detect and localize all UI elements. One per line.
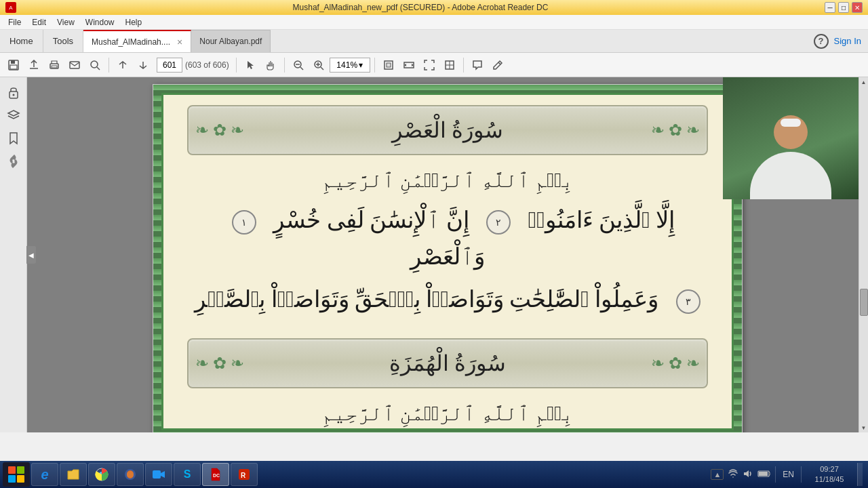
tray-network-icon[interactable] — [728, 469, 738, 481]
snap-button[interactable] — [440, 56, 459, 75]
taskbar-webex[interactable] — [145, 463, 172, 486]
print-button[interactable] — [45, 56, 64, 75]
scroll-down-button[interactable]: ▼ — [859, 423, 869, 432]
video-panel — [723, 77, 859, 199]
tab-mushaf-close[interactable]: × — [177, 37, 182, 47]
verse-num-2: ٢ — [486, 210, 511, 235]
sign-in-button[interactable]: Sign In — [834, 36, 861, 46]
taskbar-firefox[interactable] — [117, 463, 144, 486]
win-logo-yellow — [17, 475, 24, 483]
comment-button[interactable] — [468, 56, 487, 75]
svg-rect-10 — [387, 63, 391, 67]
cursor-tool-button[interactable] — [241, 56, 260, 75]
page-input-group: (603 of 606) — [157, 58, 229, 73]
full-screen-button[interactable] — [420, 56, 439, 75]
tabs-area: Mushaf_AlMadinah.... × Nour Albayan.pdf — [83, 30, 806, 52]
surah-header-deco-left: ❧ ✿ ❧ — [195, 121, 244, 140]
nav-tools[interactable]: Tools — [43, 30, 83, 52]
taskbar-ie[interactable]: e — [31, 463, 58, 486]
nav-home[interactable]: Home — [0, 30, 43, 52]
window-controls[interactable]: ─ □ ✕ — [825, 2, 863, 13]
menu-bar: File Edit View Window Help — [0, 15, 868, 30]
toolbar-sep-4 — [374, 58, 375, 73]
search-button[interactable] — [85, 56, 104, 75]
svg-rect-5 — [70, 62, 79, 68]
verse-num-1: ١ — [232, 210, 256, 235]
link-icon[interactable] — [4, 152, 23, 171]
windows-logo — [8, 466, 24, 483]
tab-mushaf-label: Mushaf_AlMadinah.... — [92, 37, 170, 47]
svg-rect-19 — [153, 470, 161, 479]
scroll-up-button[interactable]: ▲ — [859, 77, 869, 87]
person-hat — [781, 119, 801, 127]
win-logo-blue — [8, 475, 16, 483]
show-desktop-button[interactable] — [857, 463, 863, 486]
taskbar-skype[interactable]: S — [174, 463, 201, 486]
collapse-panel-button[interactable]: ◀ — [26, 246, 36, 264]
page-number-input[interactable] — [157, 58, 182, 73]
fit-page-button[interactable] — [379, 56, 398, 75]
maximize-button[interactable]: □ — [838, 2, 849, 13]
svg-rect-4 — [52, 66, 57, 68]
hand-tool-button[interactable] — [261, 56, 280, 75]
svg-text:R: R — [241, 472, 246, 479]
clock-date: 11/18/45 — [806, 474, 853, 485]
start-button[interactable] — [3, 462, 30, 487]
pen-button[interactable] — [488, 56, 507, 75]
svg-text:DC: DC — [213, 473, 220, 478]
zoom-in-button[interactable] — [309, 56, 328, 75]
surah-humazah-bismillah: بِسۡمِ ٱللَّهِ ٱلرَّحۡمَٰنِ ٱلرَّحِيمِ — [187, 402, 708, 425]
close-button[interactable]: ✕ — [852, 2, 863, 13]
tab-nour[interactable]: Nour Albayan.pdf — [191, 30, 271, 52]
minimize-button[interactable]: ─ — [825, 2, 835, 13]
left-sidebar — [0, 77, 27, 432]
zoom-out-button[interactable] — [289, 56, 308, 75]
surah-asr-bismillah: بِسۡمِ ٱللَّهِ ٱلرَّحۡمَٰنِ ٱلرَّحِيمِ — [187, 169, 708, 192]
tray-volume-icon[interactable] — [743, 469, 753, 481]
bookmark-icon[interactable] — [4, 129, 23, 148]
prev-page-button[interactable] — [113, 56, 132, 75]
title-bar: A Mushaf_AlMadinah_new_pdf (SECURED) - A… — [0, 0, 868, 15]
verse-2-text: إِلَّا ٱلَّذِينَ ءَامَنُوا۟ — [528, 207, 675, 232]
menu-help[interactable]: Help — [120, 16, 148, 28]
help-button[interactable]: ? — [814, 34, 829, 49]
tray-expand-button[interactable]: ▲ — [711, 469, 724, 480]
win-logo-red — [8, 466, 16, 474]
taskbar-explorer[interactable] — [60, 463, 87, 486]
taskbar-chrome[interactable] — [88, 463, 115, 486]
tab-mushaf[interactable]: Mushaf_AlMadinah.... × — [83, 30, 191, 52]
next-page-button[interactable] — [134, 56, 153, 75]
window-title: Mushaf_AlMadinah_new_pdf (SECURED) - Ado… — [16, 3, 825, 12]
tab-nour-label: Nour Albayan.pdf — [199, 37, 262, 46]
quran-verse-1-2: إِلَّا ٱلَّذِينَ ءَامَنُوا۟ ٢ إِنَّ ٱلْإ… — [187, 202, 708, 276]
layers-icon[interactable] — [4, 106, 23, 125]
menu-file[interactable]: File — [3, 16, 26, 28]
right-scrollbar: ▲ ▼ — [859, 77, 868, 432]
scroll-thumb[interactable] — [860, 289, 868, 316]
svg-rect-24 — [759, 472, 768, 476]
upload-button[interactable] — [24, 56, 43, 75]
tray-battery-icon[interactable] — [757, 470, 771, 479]
clock-area[interactable]: 09:27 11/18/45 — [806, 464, 853, 485]
menu-window[interactable]: Window — [80, 16, 120, 28]
main-area: ◀ ❧ ✿ ❧ سُورَةُ الْعَصْرِ — [0, 77, 868, 432]
taskbar-acrobat[interactable]: DC — [202, 463, 229, 486]
zoom-level-selector[interactable]: 141% ▾ 100%125%141%150%200% — [330, 58, 370, 73]
menu-edit[interactable]: Edit — [26, 16, 52, 28]
surah-humazah-deco-left: ❧ ✿ ❧ — [195, 354, 244, 373]
lock-icon[interactable] — [4, 83, 23, 102]
language-indicator[interactable]: EN — [780, 468, 797, 481]
person-head — [774, 115, 808, 149]
tray-separator-2 — [801, 466, 802, 483]
quran-verse-3: ٣ وَعَمِلُواْ ٱلصَّٰلِحَٰتِ وَتَوَاصَوۡا… — [187, 281, 708, 318]
save-button[interactable] — [4, 56, 23, 75]
menu-view[interactable]: View — [52, 16, 80, 28]
fit-width-button[interactable] — [399, 56, 418, 75]
scroll-track[interactable] — [859, 87, 869, 423]
taskbar-redapp[interactable]: R — [231, 463, 258, 486]
surah-humazah-title: سُورَةُ الْهُمَزَةِ — [216, 350, 679, 376]
toolbar: (603 of 606) 141% ▾ 100%125%141%150%200% — [0, 53, 868, 77]
clock-time: 09:27 — [806, 464, 853, 474]
email-button[interactable] — [65, 56, 84, 75]
surah-asr-title: سُورَةُ الْعَصْرِ — [216, 117, 679, 143]
